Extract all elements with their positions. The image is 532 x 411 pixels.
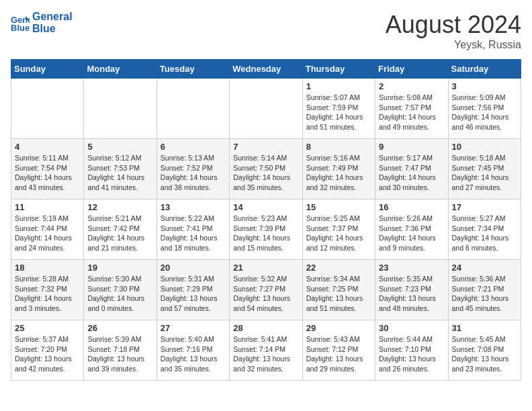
calendar-cell: 28Sunrise: 5:41 AM Sunset: 7:14 PM Dayli… — [230, 320, 302, 381]
page-header: General Blue General Blue August 2024 Ye… — [11, 11, 521, 51]
calendar-cell: 15Sunrise: 5:25 AM Sunset: 7:37 PM Dayli… — [302, 199, 375, 260]
calendar-cell: 29Sunrise: 5:43 AM Sunset: 7:12 PM Dayli… — [302, 320, 375, 381]
day-info: Sunrise: 5:12 AM Sunset: 7:53 PM Dayligh… — [87, 153, 152, 193]
month-year-title: August 2024 — [386, 11, 521, 39]
calendar-cell: 23Sunrise: 5:35 AM Sunset: 7:23 PM Dayli… — [375, 260, 448, 320]
calendar-cell: 26Sunrise: 5:39 AM Sunset: 7:18 PM Dayli… — [84, 320, 157, 381]
title-block: August 2024 Yeysk, Russia — [386, 11, 521, 51]
day-number: 5 — [87, 142, 152, 152]
logo-blue: Blue — [32, 23, 73, 35]
day-number: 2 — [379, 81, 444, 91]
day-info: Sunrise: 5:28 AM Sunset: 7:32 PM Dayligh… — [15, 274, 80, 314]
day-number: 22 — [306, 263, 371, 273]
header-wednesday: Wednesday — [230, 60, 302, 79]
calendar-cell: 13Sunrise: 5:22 AM Sunset: 7:41 PM Dayli… — [157, 199, 229, 260]
day-number: 20 — [161, 263, 226, 273]
day-info: Sunrise: 5:41 AM Sunset: 7:14 PM Dayligh… — [233, 334, 298, 374]
svg-text:Blue: Blue — [11, 23, 30, 32]
calendar-week-row: 4Sunrise: 5:11 AM Sunset: 7:54 PM Daylig… — [11, 139, 521, 199]
day-info: Sunrise: 5:08 AM Sunset: 7:57 PM Dayligh… — [379, 93, 444, 132]
day-number: 17 — [452, 202, 517, 212]
day-number: 27 — [161, 323, 226, 333]
header-thursday: Thursday — [302, 60, 375, 79]
header-friday: Friday — [375, 60, 448, 79]
day-number: 29 — [306, 323, 371, 333]
day-number: 11 — [15, 202, 80, 212]
day-info: Sunrise: 5:45 AM Sunset: 7:08 PM Dayligh… — [452, 334, 517, 374]
calendar-cell: 17Sunrise: 5:27 AM Sunset: 7:34 PM Dayli… — [448, 199, 521, 260]
calendar-cell: 6Sunrise: 5:13 AM Sunset: 7:52 PM Daylig… — [157, 139, 229, 199]
day-number: 18 — [15, 263, 80, 273]
calendar-cell: 30Sunrise: 5:44 AM Sunset: 7:10 PM Dayli… — [375, 320, 448, 381]
day-number: 9 — [379, 142, 444, 152]
calendar-week-row: 11Sunrise: 5:19 AM Sunset: 7:44 PM Dayli… — [11, 199, 521, 260]
day-info: Sunrise: 5:35 AM Sunset: 7:23 PM Dayligh… — [379, 274, 444, 314]
day-number: 30 — [379, 323, 444, 333]
calendar-cell: 21Sunrise: 5:32 AM Sunset: 7:27 PM Dayli… — [230, 260, 302, 320]
day-number: 13 — [161, 202, 226, 212]
day-number: 26 — [87, 323, 152, 333]
calendar-cell: 24Sunrise: 5:36 AM Sunset: 7:21 PM Dayli… — [448, 260, 521, 320]
day-info: Sunrise: 5:34 AM Sunset: 7:25 PM Dayligh… — [306, 274, 371, 314]
calendar-cell: 7Sunrise: 5:14 AM Sunset: 7:50 PM Daylig… — [230, 139, 302, 199]
calendar-cell — [11, 79, 84, 139]
calendar-cell: 5Sunrise: 5:12 AM Sunset: 7:53 PM Daylig… — [84, 139, 157, 199]
calendar-week-row: 1Sunrise: 5:07 AM Sunset: 7:59 PM Daylig… — [11, 79, 521, 139]
day-info: Sunrise: 5:27 AM Sunset: 7:34 PM Dayligh… — [452, 214, 517, 253]
calendar-cell: 1Sunrise: 5:07 AM Sunset: 7:59 PM Daylig… — [302, 79, 375, 139]
day-info: Sunrise: 5:32 AM Sunset: 7:27 PM Dayligh… — [233, 274, 298, 314]
day-info: Sunrise: 5:22 AM Sunset: 7:41 PM Dayligh… — [161, 214, 226, 253]
calendar-week-row: 25Sunrise: 5:37 AM Sunset: 7:20 PM Dayli… — [11, 320, 521, 381]
day-info: Sunrise: 5:18 AM Sunset: 7:45 PM Dayligh… — [452, 153, 517, 193]
day-info: Sunrise: 5:16 AM Sunset: 7:49 PM Dayligh… — [306, 153, 371, 193]
day-info: Sunrise: 5:07 AM Sunset: 7:59 PM Dayligh… — [306, 93, 371, 132]
day-info: Sunrise: 5:11 AM Sunset: 7:54 PM Dayligh… — [15, 153, 80, 193]
calendar-header-row: SundayMondayTuesdayWednesdayThursdayFrid… — [11, 60, 521, 79]
calendar-cell: 10Sunrise: 5:18 AM Sunset: 7:45 PM Dayli… — [448, 139, 521, 199]
calendar-cell: 9Sunrise: 5:17 AM Sunset: 7:47 PM Daylig… — [375, 139, 448, 199]
calendar-cell: 22Sunrise: 5:34 AM Sunset: 7:25 PM Dayli… — [302, 260, 375, 320]
calendar-cell: 31Sunrise: 5:45 AM Sunset: 7:08 PM Dayli… — [448, 320, 521, 381]
day-number: 24 — [452, 263, 517, 273]
day-number: 25 — [15, 323, 80, 333]
day-number: 10 — [452, 142, 517, 152]
day-info: Sunrise: 5:13 AM Sunset: 7:52 PM Dayligh… — [161, 153, 226, 193]
day-number: 8 — [306, 142, 371, 152]
calendar-cell: 20Sunrise: 5:31 AM Sunset: 7:29 PM Dayli… — [157, 260, 229, 320]
day-number: 3 — [452, 81, 517, 91]
location-subtitle: Yeysk, Russia — [386, 39, 521, 51]
calendar-table: SundayMondayTuesdayWednesdayThursdayFrid… — [11, 59, 521, 381]
calendar-cell: 11Sunrise: 5:19 AM Sunset: 7:44 PM Dayli… — [11, 199, 84, 260]
day-info: Sunrise: 5:30 AM Sunset: 7:30 PM Dayligh… — [87, 274, 152, 314]
day-info: Sunrise: 5:23 AM Sunset: 7:39 PM Dayligh… — [233, 214, 298, 253]
calendar-cell: 12Sunrise: 5:21 AM Sunset: 7:42 PM Dayli… — [84, 199, 157, 260]
calendar-cell: 4Sunrise: 5:11 AM Sunset: 7:54 PM Daylig… — [11, 139, 84, 199]
day-info: Sunrise: 5:37 AM Sunset: 7:20 PM Dayligh… — [15, 334, 80, 374]
logo-general: General — [32, 11, 73, 23]
calendar-cell — [84, 79, 157, 139]
day-number: 16 — [379, 202, 444, 212]
calendar-cell: 3Sunrise: 5:09 AM Sunset: 7:56 PM Daylig… — [448, 79, 521, 139]
calendar-cell: 18Sunrise: 5:28 AM Sunset: 7:32 PM Dayli… — [11, 260, 84, 320]
day-info: Sunrise: 5:26 AM Sunset: 7:36 PM Dayligh… — [379, 214, 444, 253]
day-info: Sunrise: 5:43 AM Sunset: 7:12 PM Dayligh… — [306, 334, 371, 374]
calendar-cell: 2Sunrise: 5:08 AM Sunset: 7:57 PM Daylig… — [375, 79, 448, 139]
calendar-cell — [230, 79, 302, 139]
day-info: Sunrise: 5:25 AM Sunset: 7:37 PM Dayligh… — [306, 214, 371, 253]
day-number: 4 — [15, 142, 80, 152]
calendar-cell — [157, 79, 229, 139]
day-number: 19 — [87, 263, 152, 273]
day-number: 23 — [379, 263, 444, 273]
day-info: Sunrise: 5:39 AM Sunset: 7:18 PM Dayligh… — [87, 334, 152, 374]
calendar-week-row: 18Sunrise: 5:28 AM Sunset: 7:32 PM Dayli… — [11, 260, 521, 320]
day-number: 7 — [233, 142, 298, 152]
day-info: Sunrise: 5:44 AM Sunset: 7:10 PM Dayligh… — [379, 334, 444, 374]
day-number: 28 — [233, 323, 298, 333]
day-info: Sunrise: 5:21 AM Sunset: 7:42 PM Dayligh… — [87, 214, 152, 253]
calendar-cell: 19Sunrise: 5:30 AM Sunset: 7:30 PM Dayli… — [84, 260, 157, 320]
header-tuesday: Tuesday — [157, 60, 229, 79]
calendar-cell: 8Sunrise: 5:16 AM Sunset: 7:49 PM Daylig… — [302, 139, 375, 199]
calendar-cell: 27Sunrise: 5:40 AM Sunset: 7:16 PM Dayli… — [157, 320, 229, 381]
header-sunday: Sunday — [11, 60, 84, 79]
header-saturday: Saturday — [448, 60, 521, 79]
